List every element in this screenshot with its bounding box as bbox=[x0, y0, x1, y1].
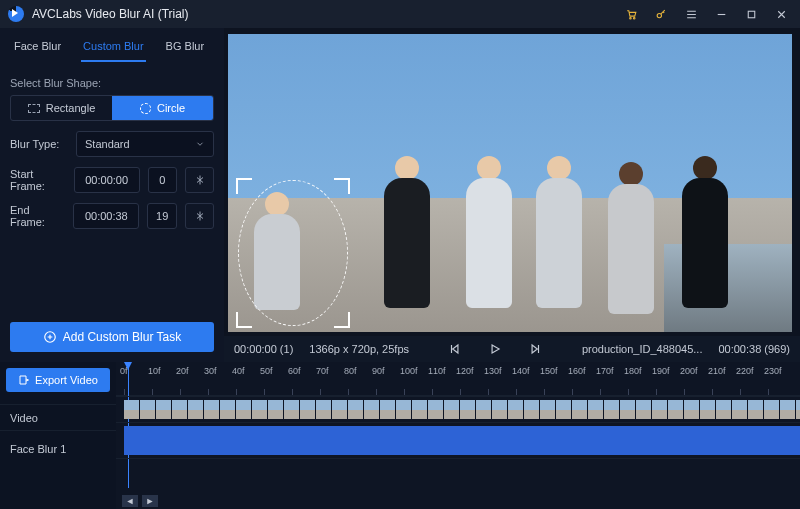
export-icon bbox=[18, 374, 30, 386]
scene-person bbox=[674, 156, 736, 308]
end-frame-marker-button[interactable] bbox=[185, 203, 214, 229]
add-task-label: Add Custom Blur Task bbox=[63, 330, 182, 344]
video-thumbnail bbox=[780, 400, 796, 419]
video-thumbnail bbox=[396, 400, 412, 419]
video-thumbnail bbox=[700, 400, 716, 419]
crop-corner-bl[interactable] bbox=[236, 312, 252, 328]
end-frame-index-input[interactable]: 19 bbox=[147, 203, 177, 229]
tab-face-blur[interactable]: Face Blur bbox=[12, 36, 63, 62]
video-track[interactable] bbox=[116, 396, 800, 422]
blur-shape-label: Select Blur Shape: bbox=[10, 77, 214, 89]
start-frame-index-input[interactable]: 0 bbox=[148, 167, 178, 193]
ruler-tick: 230f bbox=[768, 362, 796, 395]
video-thumbnail bbox=[156, 400, 172, 419]
video-thumbnail bbox=[380, 400, 396, 419]
video-preview[interactable] bbox=[228, 34, 792, 332]
player-meta: 1366p x 720p, 25fps bbox=[309, 343, 409, 355]
add-custom-blur-task-button[interactable]: Add Custom Blur Task bbox=[10, 322, 214, 352]
video-thumbnail bbox=[588, 400, 604, 419]
menu-icon[interactable] bbox=[680, 3, 702, 25]
start-frame-marker-button[interactable] bbox=[185, 167, 214, 193]
video-thumbnail bbox=[604, 400, 620, 419]
svg-point-0 bbox=[629, 17, 631, 19]
maximize-button[interactable] bbox=[740, 3, 762, 25]
video-thumbnail bbox=[716, 400, 732, 419]
export-video-button[interactable]: Export Video bbox=[6, 368, 110, 392]
scene-person bbox=[376, 156, 438, 308]
timeline-left-panel: Export Video Video Face Blur 1 bbox=[0, 362, 116, 509]
video-thumbnail bbox=[332, 400, 348, 419]
video-thumbnail bbox=[476, 400, 492, 419]
play-button[interactable] bbox=[488, 342, 502, 356]
face-blur-track[interactable] bbox=[116, 422, 800, 458]
crop-corner-br[interactable] bbox=[334, 312, 350, 328]
video-thumbnail bbox=[764, 400, 780, 419]
chevron-down-icon bbox=[195, 139, 205, 149]
blur-mode-tabs: Face Blur Custom Blur BG Blur bbox=[10, 28, 214, 63]
video-thumbnail bbox=[508, 400, 524, 419]
video-thumbnail bbox=[444, 400, 460, 419]
blur-shape-toggle: Rectangle Circle bbox=[10, 95, 214, 121]
start-frame-time-input[interactable]: 00:00:00 bbox=[74, 167, 140, 193]
video-thumbnail bbox=[540, 400, 556, 419]
cart-icon[interactable] bbox=[620, 3, 642, 25]
video-thumbnail bbox=[220, 400, 236, 419]
timeline-scroll-right[interactable]: ► bbox=[142, 495, 158, 507]
title-bar: AVCLabs Video Blur AI (Trial) bbox=[0, 0, 800, 28]
video-thumbnail bbox=[460, 400, 476, 419]
preview-panel: 00:00:00 (1) 1366p x 720p, 25fps product… bbox=[224, 28, 800, 362]
video-thumbnail bbox=[652, 400, 668, 419]
minimize-button[interactable] bbox=[710, 3, 732, 25]
rectangle-icon bbox=[28, 104, 40, 113]
video-thumbnail bbox=[492, 400, 508, 419]
video-thumbnail bbox=[140, 400, 156, 419]
video-thumbnail bbox=[364, 400, 380, 419]
app-logo-icon bbox=[8, 6, 24, 22]
timeline-scroll-left[interactable]: ◄ bbox=[122, 495, 138, 507]
tab-custom-blur[interactable]: Custom Blur bbox=[81, 36, 146, 62]
empty-track bbox=[116, 458, 800, 486]
video-thumbnail bbox=[316, 400, 332, 419]
video-thumbnail bbox=[188, 400, 204, 419]
video-thumbnail bbox=[268, 400, 284, 419]
app-title: AVCLabs Video Blur AI (Trial) bbox=[32, 7, 189, 21]
video-thumbnail bbox=[172, 400, 188, 419]
prev-frame-button[interactable] bbox=[448, 342, 462, 356]
tab-bg-blur[interactable]: BG Blur bbox=[164, 36, 207, 62]
shape-circle-option[interactable]: Circle bbox=[112, 96, 213, 120]
shape-circle-label: Circle bbox=[157, 102, 185, 114]
blur-type-select[interactable]: Standard bbox=[76, 131, 214, 157]
video-thumbnail bbox=[284, 400, 300, 419]
timeline-ruler[interactable]: 0f10f20f30f40f50f60f70f80f90f100f110f120… bbox=[116, 362, 800, 396]
video-thumbnail bbox=[668, 400, 684, 419]
crop-corner-tr[interactable] bbox=[334, 178, 350, 194]
video-thumbnail bbox=[684, 400, 700, 419]
key-icon[interactable] bbox=[650, 3, 672, 25]
video-thumbnail bbox=[300, 400, 316, 419]
video-thumbnail bbox=[124, 400, 140, 419]
frame-marker-icon bbox=[194, 174, 206, 186]
track-label-face-blur-1: Face Blur 1 bbox=[0, 430, 116, 466]
crop-corner-tl[interactable] bbox=[236, 178, 252, 194]
crop-frame[interactable] bbox=[236, 178, 350, 328]
scene-person bbox=[458, 156, 520, 308]
video-thumbnail bbox=[620, 400, 636, 419]
settings-sidebar: Face Blur Custom Blur BG Blur Select Blu… bbox=[0, 28, 224, 362]
player-start-stamp: 00:00:00 (1) bbox=[234, 343, 293, 355]
timeline-area: 0f10f20f30f40f50f60f70f80f90f100f110f120… bbox=[116, 362, 800, 509]
video-thumbnail bbox=[572, 400, 588, 419]
shape-rectangle-option[interactable]: Rectangle bbox=[11, 96, 112, 120]
plus-circle-icon bbox=[43, 330, 57, 344]
scene-person bbox=[600, 162, 662, 314]
blur-type-label: Blur Type: bbox=[10, 138, 68, 150]
frame-marker-icon bbox=[194, 210, 206, 222]
next-frame-button[interactable] bbox=[528, 342, 542, 356]
close-button[interactable] bbox=[770, 3, 792, 25]
export-label: Export Video bbox=[35, 374, 98, 386]
video-thumbnail bbox=[796, 400, 800, 419]
blur-task-bar[interactable] bbox=[124, 426, 800, 455]
circle-icon bbox=[140, 103, 151, 114]
blur-type-value: Standard bbox=[85, 138, 130, 150]
end-frame-time-input[interactable]: 00:00:38 bbox=[73, 203, 139, 229]
end-frame-label: End Frame: bbox=[10, 204, 65, 228]
